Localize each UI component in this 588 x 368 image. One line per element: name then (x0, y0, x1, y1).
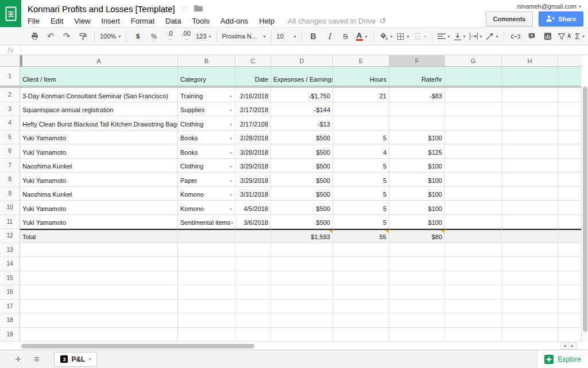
cell-d17[interactable] (271, 300, 333, 314)
cell-e8[interactable]: 5 (333, 172, 389, 187)
cell-a17[interactable] (20, 300, 178, 314)
increase-decimal-button[interactable]: .00→ (180, 29, 192, 43)
cell-d9[interactable]: $500 (271, 187, 333, 201)
cell-d11[interactable]: $500 (271, 215, 333, 229)
vertical-scrollbar-track[interactable] (581, 86, 588, 342)
cell-f11[interactable]: $100 (389, 215, 445, 229)
cell-x5[interactable] (558, 131, 581, 145)
cell-f15[interactable] (389, 271, 445, 286)
cell-c16[interactable] (235, 285, 271, 300)
cell-b14[interactable] (178, 257, 235, 271)
cell-d7[interactable]: $500 (271, 159, 333, 173)
row-header-19[interactable]: 19 (0, 328, 20, 342)
font-size-select[interactable]: 10▾ (277, 29, 296, 43)
cell-b13[interactable] (178, 243, 235, 258)
cell-d18[interactable] (271, 313, 333, 328)
cell-h4[interactable] (502, 116, 558, 131)
cell-g7[interactable] (445, 159, 502, 173)
cell-a1[interactable]: Client / Item (20, 67, 178, 86)
cell-x17[interactable] (558, 300, 581, 314)
row-header-8[interactable]: 8 (0, 172, 20, 187)
column-header-h[interactable]: H (502, 55, 558, 67)
cell-f16[interactable] (389, 285, 445, 300)
vertical-align-icon[interactable]: ▾ (454, 29, 466, 43)
cell-g19[interactable] (445, 328, 502, 342)
cell-d15[interactable] (271, 271, 333, 286)
horizontal-align-icon[interactable]: ▾ (438, 29, 450, 43)
decrease-decimal-button[interactable]: .0← (164, 29, 176, 43)
cell-h11[interactable] (502, 215, 558, 229)
row-header-6[interactable]: 6 (0, 144, 20, 159)
sheet-tab[interactable]: 3 P&L ▾ (54, 352, 97, 367)
row-header-16[interactable]: 16 (0, 285, 20, 300)
cell-b12[interactable] (178, 229, 235, 243)
cell-h6[interactable] (502, 144, 558, 159)
cell-h1[interactable] (502, 67, 558, 86)
cell-f3[interactable] (389, 102, 445, 117)
text-color-button[interactable]: A▾ (355, 29, 368, 43)
category-dropdown-icon[interactable]: ▼ (229, 123, 233, 128)
cell-a10[interactable]: Yuki Yamamoto (20, 201, 178, 215)
cell-f18[interactable] (389, 313, 445, 328)
sheets-logo-icon[interactable] (0, 0, 21, 27)
cell-x11[interactable] (558, 215, 581, 229)
text-rotation-icon[interactable]: ▾ (486, 29, 498, 43)
cell-e1[interactable]: Hours (333, 67, 389, 86)
row-header-14[interactable]: 14 (0, 257, 20, 271)
cell-e18[interactable] (333, 313, 389, 328)
cell-e4[interactable] (333, 116, 389, 131)
cell-c17[interactable] (235, 300, 271, 314)
cell-h19[interactable] (502, 328, 558, 342)
cell-a6[interactable]: Yuki Yamamoto (20, 144, 178, 159)
menu-insert[interactable]: Insert (101, 17, 120, 25)
cell-x12[interactable] (558, 229, 581, 243)
category-dropdown-icon[interactable]: ▼ (229, 165, 233, 170)
account-menu[interactable]: ninameh@gmail.com ▾ (517, 3, 581, 10)
cell-x6[interactable] (558, 144, 581, 159)
cell-x7[interactable] (558, 159, 581, 173)
merge-cells-icon[interactable]: ▾ (413, 29, 427, 43)
cell-f19[interactable] (389, 328, 445, 342)
cell-d10[interactable]: $500 (271, 201, 333, 215)
cell-x15[interactable] (558, 271, 581, 286)
row-header-2[interactable]: 2 (0, 88, 20, 102)
borders-icon[interactable]: ▾ (396, 29, 409, 43)
cell-c2[interactable]: 2/16/2018 (235, 88, 271, 102)
cell-c11[interactable]: 3/6/2018 (235, 215, 271, 229)
cell-a18[interactable] (20, 313, 178, 328)
cell-g1[interactable] (445, 67, 502, 86)
cell-x13[interactable] (558, 243, 581, 258)
folder-icon[interactable] (194, 3, 203, 14)
revision-history-icon[interactable]: ↺ (379, 16, 386, 25)
fill-color-icon[interactable]: ▾ (379, 29, 393, 43)
row-header-18[interactable]: 18 (0, 313, 20, 328)
category-dropdown-icon[interactable]: ▼ (229, 193, 233, 198)
cell-g16[interactable] (445, 285, 502, 300)
cell-a4[interactable]: Hefty Clean Burst Blackout Tall Kitchen … (20, 116, 178, 131)
cell-d6[interactable]: $500 (271, 144, 333, 159)
cell-h14[interactable] (502, 257, 558, 271)
cell-e14[interactable] (333, 257, 389, 271)
document-title[interactable]: Konmari Profits and Losses [Template] (28, 4, 175, 14)
cell-b6[interactable]: Books▼ (178, 144, 235, 159)
cell-h3[interactable] (502, 102, 558, 117)
italic-button[interactable]: I (323, 29, 336, 43)
cell-f4[interactable] (389, 116, 445, 131)
cell-b5[interactable]: Books▼ (178, 131, 235, 145)
collapse-toolbar-icon[interactable]: ∧ (566, 31, 572, 40)
scroll-right-icon[interactable]: ▸ (569, 343, 577, 349)
cell-d5[interactable]: $500 (271, 131, 333, 145)
category-dropdown-icon[interactable]: ▼ (229, 95, 233, 99)
cell-a2[interactable]: 3-Day Konmari Consultant Seminar (San Fr… (20, 88, 178, 102)
cell-x19[interactable] (558, 328, 581, 342)
cell-c12[interactable] (235, 229, 271, 243)
row-header-3[interactable]: 3 (0, 102, 20, 117)
menu-format[interactable]: Format (131, 17, 154, 25)
cell-a11[interactable]: Yuki Yamamoto (20, 215, 178, 229)
cell-c18[interactable] (235, 313, 271, 328)
bold-button[interactable]: B (307, 29, 320, 43)
cell-d13[interactable] (271, 243, 333, 258)
cell-a9[interactable]: Naoshima Kunkel (20, 187, 178, 201)
cell-b8[interactable]: Paper▼ (178, 172, 235, 187)
cell-d1[interactable]: Expesnses / Earnings (271, 67, 333, 86)
